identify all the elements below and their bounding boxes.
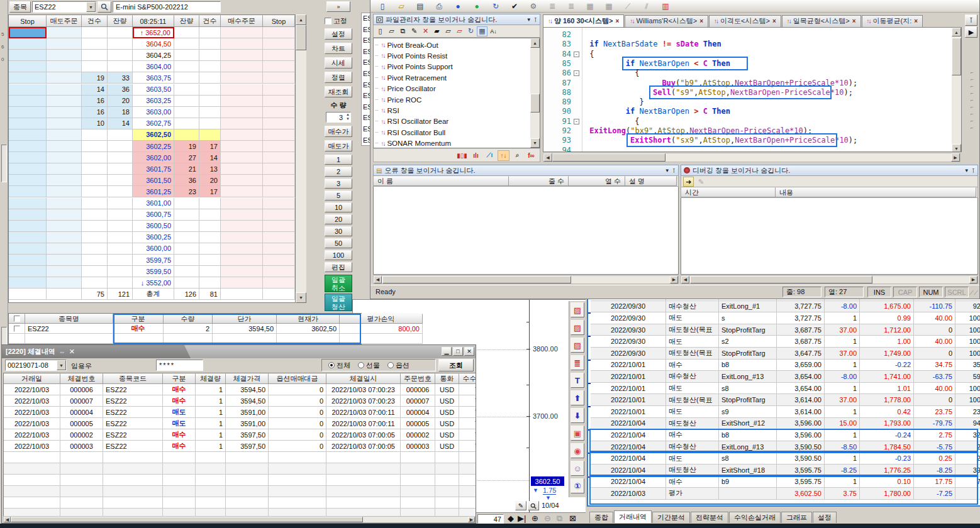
report-type-cell[interactable]: 매도청산(목표 bbox=[666, 348, 719, 360]
fills-cell[interactable]: 0 bbox=[269, 407, 326, 418]
position-cell[interactable]: 매수 bbox=[113, 324, 164, 334]
report-price-cell[interactable]: 3,727.75 bbox=[777, 301, 825, 313]
fm-copy-icon[interactable]: ⧉ bbox=[398, 26, 408, 36]
bid-count-cell[interactable] bbox=[199, 84, 221, 96]
fills-cell[interactable]: 7,5 bbox=[459, 384, 476, 395]
report-price-cell[interactable]: 3,654.00 bbox=[777, 371, 825, 383]
ask-count-cell[interactable]: 19 bbox=[82, 72, 108, 84]
buy-order-cell[interactable] bbox=[221, 209, 263, 221]
report-value-cell[interactable]: 40.00 bbox=[914, 336, 955, 348]
qty-preset-button-50[interactable]: 50 bbox=[325, 238, 352, 248]
fm-open-folder-icon[interactable]: ▱ bbox=[386, 26, 397, 36]
stop-cell-buy[interactable] bbox=[263, 84, 295, 96]
report-value-cell[interactable]: 23.75 bbox=[914, 406, 955, 418]
stop-cell-buy[interactable] bbox=[263, 198, 295, 209]
orderbook-scrollbar[interactable]: ▲ ▼ bbox=[296, 14, 306, 303]
query-button[interactable]: 조회 bbox=[438, 359, 474, 371]
ask-count-cell[interactable] bbox=[82, 277, 108, 289]
report-value-cell[interactable]: 1 bbox=[825, 453, 860, 465]
fills-cell[interactable]: USD bbox=[435, 407, 459, 418]
report-value-cell[interactable]: 100 bbox=[955, 348, 980, 360]
fills-cell[interactable]: 000003 bbox=[401, 441, 435, 452]
report-date-cell[interactable]: 2022/10/04 bbox=[591, 476, 666, 488]
fills-cell[interactable]: 2022/10/03 bbox=[4, 384, 60, 395]
report-price-cell[interactable]: 3,647.75 bbox=[777, 348, 825, 360]
buy-order-cell[interactable] bbox=[221, 277, 263, 289]
report-signal-cell[interactable]: b8 bbox=[719, 360, 777, 371]
report-date-cell[interactable]: 2022/09/30 bbox=[591, 336, 666, 348]
fills-cell[interactable]: ESZ22 bbox=[103, 418, 163, 429]
stop-cell-sell[interactable] bbox=[9, 209, 47, 221]
ask-qty-cell[interactable] bbox=[108, 27, 133, 38]
bid-count-cell[interactable] bbox=[199, 38, 221, 50]
fills-cell[interactable]: 000007 bbox=[60, 395, 103, 407]
stop-cell-sell[interactable] bbox=[9, 118, 47, 129]
report-signal-cell[interactable]: s2 bbox=[719, 336, 777, 348]
fills-cell[interactable]: USD bbox=[435, 441, 459, 452]
collapse-panel-button[interactable]: » bbox=[326, 1, 350, 12]
report-type-cell[interactable]: 매수 bbox=[666, 360, 719, 371]
bid-qty-cell[interactable] bbox=[174, 107, 199, 118]
ask-count-cell[interactable] bbox=[82, 152, 108, 163]
fills-cell[interactable]: 매도 bbox=[163, 407, 196, 418]
chart-close-icon[interactable]: ⊠ bbox=[569, 514, 576, 523]
price-cell[interactable]: 3601,25 bbox=[133, 186, 174, 197]
stop-cell-buy[interactable] bbox=[263, 186, 295, 197]
report-value-cell[interactable]: 0.99 bbox=[860, 312, 914, 324]
fills-cell[interactable]: 2022/10/03 bbox=[4, 407, 60, 418]
fm-delete-file-icon[interactable]: ✕ bbox=[420, 26, 431, 36]
report-value-cell[interactable]: 32 bbox=[955, 429, 980, 441]
fills-cell[interactable]: 2022/10/03 07:00:05 bbox=[326, 441, 401, 452]
price-cell[interactable]: 3603,75 bbox=[133, 72, 174, 84]
stop-cell-buy[interactable] bbox=[263, 72, 295, 84]
ide-toolbar-icon-2[interactable]: ▤ bbox=[413, 1, 427, 11]
report-type-cell[interactable]: 매도 bbox=[666, 383, 719, 395]
fills-cell[interactable]: ESZ22 bbox=[103, 407, 163, 418]
report-value-cell[interactable]: 39 bbox=[955, 465, 980, 476]
panel-dropdown-icon[interactable]: ▼ bbox=[665, 168, 670, 173]
report-date-cell[interactable]: 2022/10/04 bbox=[591, 429, 666, 441]
ask-qty-cell[interactable] bbox=[108, 277, 133, 289]
report-signal-cell[interactable]: s8 bbox=[719, 453, 777, 465]
radio-icon[interactable] bbox=[387, 362, 394, 368]
panel-button-시세[interactable]: 시세 bbox=[325, 57, 352, 69]
stop-cell-sell[interactable] bbox=[9, 38, 47, 50]
report-date-cell[interactable]: 2022/10/01 bbox=[591, 383, 666, 395]
stop-cell-sell[interactable] bbox=[9, 50, 47, 61]
bid-qty-cell[interactable] bbox=[174, 198, 199, 209]
report-tab-종합[interactable]: 종합 bbox=[589, 512, 613, 523]
price-cell[interactable]: 3604,00 bbox=[133, 61, 174, 72]
stop-cell-sell[interactable] bbox=[9, 129, 47, 141]
symbol-combo[interactable]: ESZ22▼ bbox=[32, 1, 96, 13]
sell-order-cell[interactable] bbox=[47, 141, 82, 152]
fills-cell[interactable]: 7,5 bbox=[459, 429, 476, 441]
report-type-cell[interactable]: 매수청산 bbox=[666, 301, 719, 313]
file-item[interactable]: ┈↑↓Price ROC bbox=[375, 94, 526, 105]
ask-count-cell[interactable] bbox=[82, 50, 108, 61]
ask-qty-cell[interactable]: 33 bbox=[108, 72, 133, 84]
dock-pin-icon[interactable]: ⊺ bbox=[965, 14, 977, 26]
panel-dropdown-icon[interactable]: ▼ bbox=[526, 17, 532, 23]
fm-line-chart-icon[interactable]: ⟋ı bbox=[484, 150, 496, 161]
dock-expand-icon[interactable]: ▶ bbox=[965, 26, 977, 38]
resize-grip-icon[interactable]: ⟋⟋ bbox=[969, 289, 978, 297]
ide-toolbar-icon-3[interactable]: ⎙ bbox=[432, 1, 446, 11]
draw-tool-arrow-up[interactable]: ⬆ bbox=[571, 390, 584, 405]
price-cell[interactable]: 3603,25 bbox=[133, 96, 174, 107]
price-cell[interactable]: 3599,75 bbox=[133, 255, 174, 266]
fm-view-tiles-icon[interactable]: ▦ bbox=[477, 26, 487, 36]
ide-toolbar-icon-15[interactable]: ▥ bbox=[659, 1, 672, 11]
fixed-checkbox[interactable]: 고정 bbox=[325, 16, 352, 25]
panel-button-설정[interactable]: 설정 bbox=[325, 28, 352, 40]
edit-button[interactable]: 편집 bbox=[325, 262, 352, 272]
bid-qty-cell[interactable] bbox=[174, 209, 199, 221]
price-cell[interactable]: 3604,50 bbox=[133, 38, 174, 50]
ide-toolbar-icon-12[interactable]: ▦ bbox=[602, 1, 616, 11]
report-tab-수익손실거래[interactable]: 수익손실거래 bbox=[729, 512, 781, 523]
stop-cell-sell[interactable] bbox=[9, 27, 47, 38]
report-price-cell[interactable]: 3,595.75 bbox=[777, 465, 825, 476]
fills-cell[interactable]: 2022/10/03 bbox=[4, 395, 60, 407]
fm-refresh-icon[interactable]: ↻ bbox=[465, 26, 476, 36]
fills-cell[interactable]: 000006 bbox=[60, 384, 103, 395]
ask-qty-cell[interactable] bbox=[108, 209, 133, 221]
